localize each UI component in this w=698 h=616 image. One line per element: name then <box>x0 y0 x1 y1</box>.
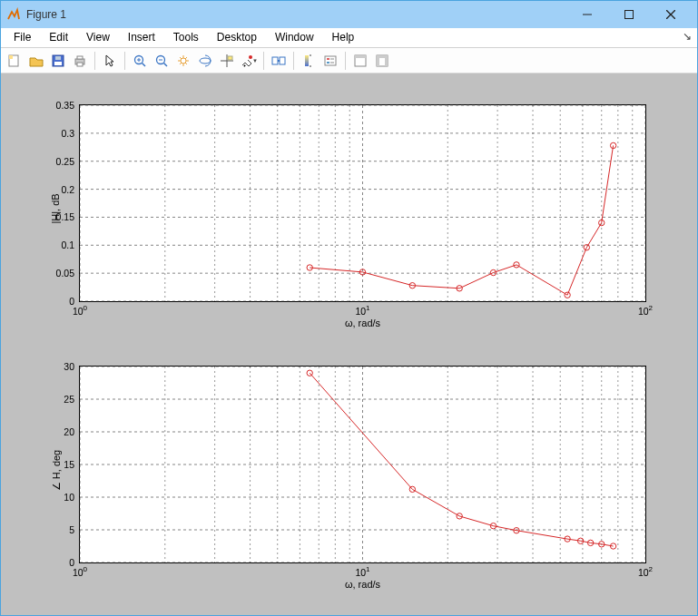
zoom-out-button[interactable] <box>152 51 172 71</box>
ytick-label: 25 <box>64 394 74 405</box>
svg-rect-22 <box>228 56 232 60</box>
svg-rect-39 <box>377 58 379 66</box>
menu-bar: File Edit View Insert Tools Desktop Wind… <box>1 28 697 48</box>
ytick-label: 0.05 <box>56 268 74 279</box>
ytick-label: 20 <box>64 426 74 437</box>
zoom-in-button[interactable] <box>130 51 150 71</box>
svg-rect-30 <box>325 56 336 65</box>
svg-point-19 <box>200 58 211 64</box>
figure-canvas: |H|, dB ω, rad/s 00.050.10.150.20.250.30… <box>1 73 697 616</box>
ytick-label: 0.3 <box>61 128 74 139</box>
svg-rect-10 <box>77 63 83 66</box>
insert-colorbar-button[interactable] <box>299 51 319 71</box>
window-controls <box>566 1 692 28</box>
svg-rect-25 <box>280 57 285 64</box>
figure-toolbar: ▼ <box>1 48 697 73</box>
svg-rect-40 <box>385 58 388 66</box>
toolbar-separator <box>124 52 125 70</box>
menu-window[interactable]: Window <box>266 28 323 47</box>
svg-rect-6 <box>54 62 62 65</box>
svg-rect-36 <box>355 55 366 58</box>
new-figure-button[interactable] <box>5 51 25 71</box>
menu-insert[interactable]: Insert <box>119 28 164 47</box>
menu-file[interactable]: File <box>5 28 40 47</box>
pan-button[interactable] <box>173 51 193 71</box>
ytick-label: 0.2 <box>61 184 74 195</box>
svg-rect-1 <box>625 11 634 19</box>
svg-point-18 <box>181 58 186 64</box>
xtick-label: 100 <box>73 565 87 578</box>
axes-magnitude[interactable]: |H|, dB ω, rad/s 00.050.10.150.20.250.30… <box>79 104 646 302</box>
xlabel-magnitude: ω, rad/s <box>345 318 380 328</box>
toolbar-separator <box>345 52 346 70</box>
toolbar-separator <box>293 52 294 70</box>
data-cursor-button[interactable] <box>217 51 237 71</box>
open-button[interactable] <box>26 51 46 71</box>
ytick-label: 30 <box>64 361 74 372</box>
ylabel-phase: ∠ H, deg <box>51 450 63 491</box>
plot-area: |H|, dB ω, rad/s 00.050.10.150.20.250.30… <box>25 95 673 598</box>
svg-rect-27 <box>305 55 309 66</box>
axes-phase[interactable]: ∠ H, deg ω, rad/s 051015202530100101102 <box>79 366 646 563</box>
maximize-button[interactable] <box>608 1 650 28</box>
ytick-label: 0.1 <box>61 240 74 250</box>
hide-plot-tools-button[interactable] <box>350 51 370 71</box>
toolbar-separator <box>263 52 264 70</box>
close-button[interactable] <box>650 1 692 28</box>
xtick-label: 102 <box>638 304 653 317</box>
save-button[interactable] <box>48 51 68 71</box>
window-title: Figure 1 <box>26 8 66 21</box>
show-plot-tools-button[interactable] <box>372 51 392 71</box>
dock-arrow-icon[interactable]: ↘ <box>683 30 692 43</box>
menu-help[interactable]: Help <box>323 28 364 47</box>
ytick-label: 5 <box>69 524 74 535</box>
xtick-label: 101 <box>355 304 369 317</box>
window-titlebar: Figure 1 <box>1 1 697 28</box>
xtick-label: 102 <box>638 565 653 578</box>
minimize-button[interactable] <box>566 1 608 28</box>
matlab-icon <box>6 7 21 22</box>
menu-desktop[interactable]: Desktop <box>208 28 266 47</box>
ytick-label: 0.35 <box>56 100 74 111</box>
menu-tools[interactable]: Tools <box>164 28 208 47</box>
svg-rect-9 <box>77 56 83 59</box>
svg-rect-38 <box>377 55 388 58</box>
svg-rect-24 <box>272 57 278 64</box>
menu-edit[interactable]: Edit <box>40 28 77 47</box>
toolbar-separator <box>94 52 95 70</box>
print-button[interactable] <box>70 51 90 71</box>
rotate-3d-button[interactable] <box>195 51 215 71</box>
svg-rect-7 <box>55 56 61 60</box>
xtick-label: 100 <box>73 304 87 317</box>
insert-legend-button[interactable] <box>320 51 340 71</box>
brush-button[interactable]: ▼ <box>239 51 259 71</box>
ytick-label: 10 <box>64 492 74 503</box>
svg-line-16 <box>164 63 168 66</box>
ytick-label: 15 <box>64 459 74 470</box>
ytick-label: 0.25 <box>56 156 74 167</box>
ytick-label: 0.15 <box>56 211 74 222</box>
pointer-button[interactable] <box>100 51 120 71</box>
link-plots-button[interactable] <box>269 51 289 71</box>
xlabel-phase: ω, rad/s <box>345 579 380 590</box>
xtick-label: 101 <box>355 565 369 578</box>
svg-line-12 <box>143 63 146 66</box>
menu-view[interactable]: View <box>77 28 119 47</box>
